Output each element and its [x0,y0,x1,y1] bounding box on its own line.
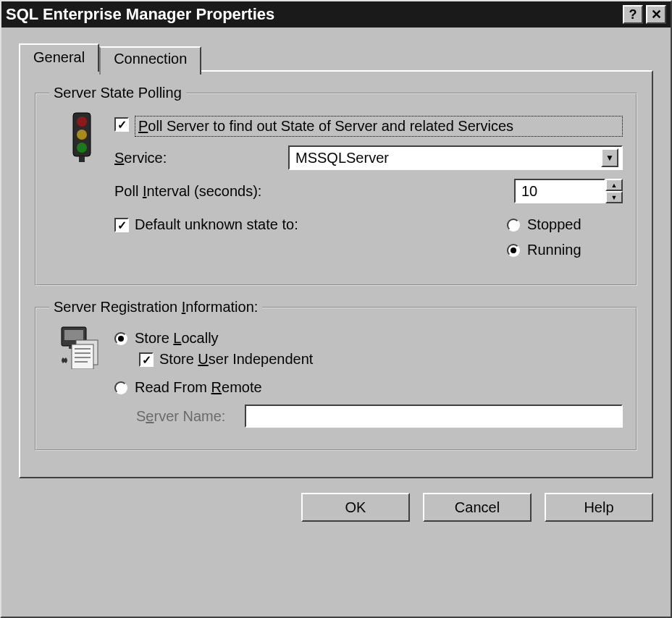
spinner-down-icon[interactable]: ▼ [605,191,623,203]
service-label: Service: [114,150,288,166]
titlebar: SQL Enterprise Manager Properties ? ✕ [1,1,671,27]
window-title: SQL Enterprise Manager Properties [6,5,620,24]
poll-server-label: Poll Server to find out State of Server … [135,116,623,137]
poll-interval-value[interactable]: 10 [514,179,605,203]
svg-point-2 [77,130,87,140]
default-state-label: Default unknown state to: [135,216,298,233]
cancel-button-label: Cancel [455,499,500,516]
checkbox-icon: ✓ [114,117,129,132]
poll-server-checkbox[interactable]: ✓ Poll Server to find out State of Serve… [114,116,623,137]
radio-icon [507,219,520,232]
svg-rect-6 [64,330,83,340]
chevron-down-icon[interactable]: ▼ [601,148,618,167]
help-titlebar-button[interactable]: ? [623,5,643,24]
ok-button-label: OK [345,499,366,516]
poll-interval-label: Poll Interval (seconds): [114,183,261,200]
help-button[interactable]: Help [545,493,653,522]
default-state-checkbox[interactable]: ✓ Default unknown state to: [114,216,507,233]
server-docs-icon [59,326,105,369]
radio-read-remote[interactable]: Read From Remote [114,379,623,396]
svg-rect-4 [79,156,85,162]
properties-dialog: SQL Enterprise Manager Properties ? ✕ Ge… [0,0,672,618]
group-server-state-polling: Server State Polling ✓ [35,85,637,286]
group-polling-legend: Server State Polling [49,85,186,101]
store-user-independent-label: Store User Independent [159,351,313,368]
checkbox-icon: ✓ [114,218,129,232]
server-name-label: Server Name: [136,408,245,425]
server-name-input[interactable] [245,405,623,428]
radio-icon [114,332,127,345]
radio-stopped-label: Stopped [527,216,581,233]
svg-point-3 [77,143,87,153]
radio-icon [114,381,127,394]
radio-store-locally-label: Store Locally [135,330,219,347]
spinner-up-icon[interactable]: ▲ [605,179,623,191]
tab-panel-general: Server State Polling ✓ [19,70,653,478]
traffic-light-icon [60,111,104,162]
svg-point-1 [77,117,87,127]
radio-icon [507,244,520,257]
radio-read-remote-label: Read From Remote [135,379,262,396]
radio-running[interactable]: Running [507,242,623,258]
radio-running-label: Running [527,242,581,258]
service-value: MSSQLServer [295,150,601,166]
group-registration-legend: Server Registration Information: [49,299,262,316]
tab-general-label: General [33,49,85,65]
radio-store-locally[interactable]: Store Locally [114,330,623,347]
group-server-registration: Server Registration Information: [35,299,637,451]
close-titlebar-button[interactable]: ✕ [646,5,666,24]
tab-general[interactable]: General [19,43,99,72]
dialog-buttons: OK Cancel Help [19,493,653,522]
tab-strip: General Connection [19,43,653,72]
radio-stopped[interactable]: Stopped [507,216,623,233]
tab-connection[interactable]: Connection [99,46,201,75]
cancel-button[interactable]: Cancel [423,493,532,522]
ok-button[interactable]: OK [301,493,410,522]
service-combo[interactable]: MSSQLServer ▼ [288,145,623,170]
checkbox-icon: ✓ [139,352,154,367]
help-button-label: Help [584,499,613,516]
tab-connection-label: Connection [114,51,187,67]
store-user-independent-checkbox[interactable]: ✓ Store User Independent [139,351,623,368]
poll-interval-spinner[interactable]: 10 ▲ ▼ [514,179,623,203]
